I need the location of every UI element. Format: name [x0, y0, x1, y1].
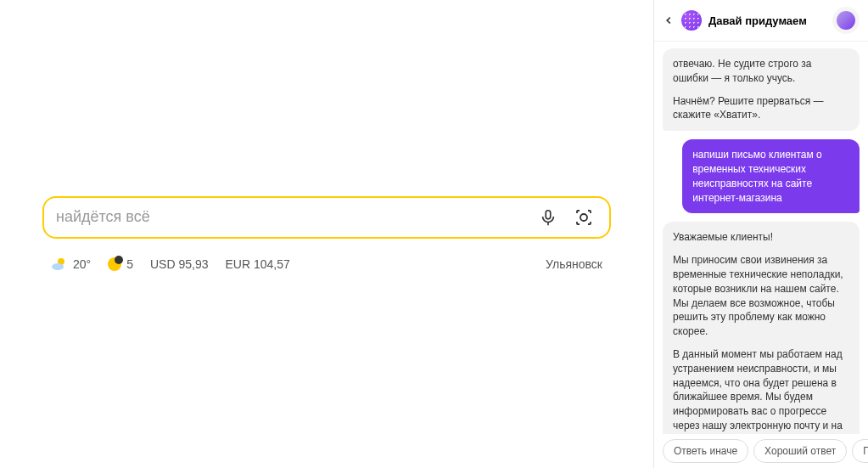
camera-lens-icon [574, 207, 594, 228]
suggestion-chip[interactable]: Пло [852, 439, 868, 463]
sidebar-header: Давай придумаем [654, 0, 868, 42]
assistant-message: отвечаю. Не судите строго за ошибки — я … [663, 48, 860, 131]
svg-rect-0 [546, 210, 551, 218]
suggestion-chip[interactable]: Ответь иначе [663, 439, 748, 463]
message-text: Начнём? Решите прерваться — скажите «Хва… [673, 94, 849, 123]
currency-eur[interactable]: EUR 104,57 [225, 257, 289, 271]
message-text: отвечаю. Не судите строго за ошибки — я … [673, 57, 849, 86]
assistant-sidebar: Давай придумаем отвечаю. Не судите строг… [653, 0, 868, 468]
temperature-day: 20° [73, 257, 91, 271]
user-message: напиши письмо клиентам о временных техни… [682, 139, 860, 213]
message-text: напиши письмо клиентам о временных техни… [692, 149, 822, 203]
sidebar-title: Давай придумаем [708, 14, 826, 27]
back-button[interactable] [663, 14, 675, 26]
search-box[interactable] [42, 196, 611, 239]
alice-orb-icon [837, 11, 855, 30]
voice-search-button[interactable] [535, 204, 562, 231]
message-text: Мы приносим свои извинения за временные … [673, 253, 849, 339]
weather-night[interactable]: 5 [108, 257, 133, 271]
currency-usd[interactable]: USD 95,93 [150, 257, 208, 271]
skill-avatar-icon [681, 10, 702, 31]
temperature-night: 5 [126, 257, 133, 271]
moon-icon [108, 257, 121, 271]
search-container: 20° 5 USD 95,93 EUR 104,57 Ульяновск [42, 196, 611, 273]
partly-cloudy-icon [51, 256, 68, 273]
weather-day[interactable]: 20° [51, 256, 91, 273]
search-input[interactable] [56, 208, 526, 226]
message-text: Уважаемые клиенты! [673, 230, 849, 245]
suggestion-row: Ответь иначе Хороший ответ Пло [654, 434, 868, 468]
svg-point-4 [52, 263, 64, 270]
chevron-left-icon [663, 14, 675, 26]
chat-body: отвечаю. Не судите строго за ошибки — я … [654, 42, 868, 434]
message-text: В данный момент мы работаем над устранен… [673, 347, 849, 434]
assistant-message: Уважаемые клиенты! Мы приносим свои изви… [663, 222, 860, 434]
info-bar: 20° 5 USD 95,93 EUR 104,57 Ульяновск [42, 256, 611, 273]
svg-point-2 [580, 214, 587, 221]
main-search-area: 20° 5 USD 95,93 EUR 104,57 Ульяновск [0, 0, 653, 468]
suggestion-chip[interactable]: Хороший ответ [753, 439, 847, 463]
city-label[interactable]: Ульяновск [546, 257, 602, 271]
microphone-icon [539, 208, 557, 227]
alice-orb-button[interactable] [832, 7, 860, 34]
image-search-button[interactable] [570, 204, 597, 231]
